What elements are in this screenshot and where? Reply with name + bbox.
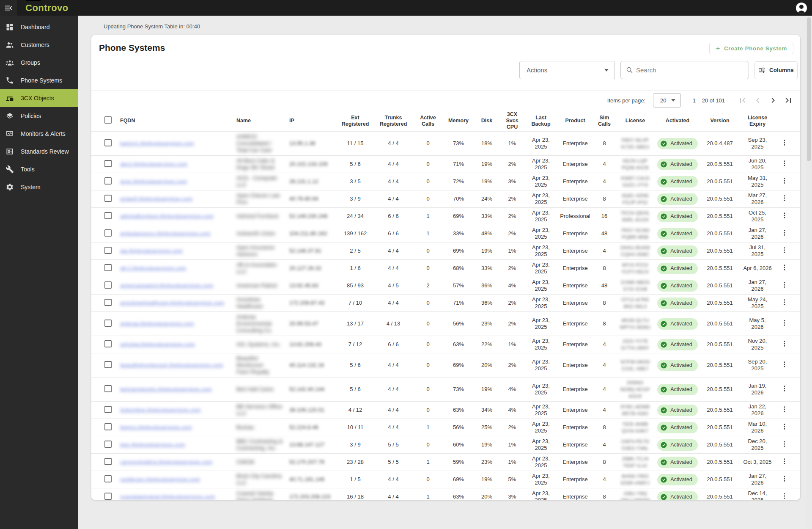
row-menu-kebab-icon[interactable] xyxy=(781,229,788,237)
page-size-select[interactable]: 20 xyxy=(653,93,681,107)
fqdn-link[interactable]: anteraa.thinkvoipservices.com xyxy=(120,320,194,327)
actions-dropdown[interactable]: Actions xyxy=(519,61,615,79)
row-checkbox[interactable] xyxy=(104,212,112,219)
sidebar-item-monitors-alerts[interactable]: Monitors & Alerts xyxy=(0,125,78,143)
check-circle-icon xyxy=(660,386,667,393)
row-checkbox[interactable] xyxy=(104,160,112,167)
user-avatar[interactable] xyxy=(796,3,807,14)
fqdn-link[interactable]: barton1.thinkvoipservices.com xyxy=(120,140,194,146)
row-checkbox[interactable] xyxy=(104,177,112,185)
row-menu-kebab-icon[interactable] xyxy=(781,281,788,289)
activated-cell: Activated xyxy=(655,438,700,452)
row-menu-kebab-icon[interactable] xyxy=(781,423,788,430)
sidebar-item-dashboard[interactable]: Dashboard xyxy=(0,18,78,36)
vertical-scrollbar[interactable] xyxy=(806,16,812,529)
sidebar-item-customers[interactable]: Customers xyxy=(0,36,78,54)
create-phone-system-button[interactable]: + Create Phone System xyxy=(709,43,793,54)
fqdn-link[interactable]: aclaw5.thinkvoipservices.com xyxy=(120,196,192,202)
row-checkbox[interactable] xyxy=(104,139,112,146)
row-menu-kebab-icon[interactable] xyxy=(781,475,788,482)
row-checkbox[interactable] xyxy=(104,264,112,271)
fqdn-link[interactable]: ashview.thinkvoipservices.com xyxy=(120,341,195,347)
table-row: bwc.thinkvoipservices.comBBC Contracting… xyxy=(91,436,800,454)
row-checkbox[interactable] xyxy=(104,441,112,448)
row-checkbox[interactable] xyxy=(104,195,112,202)
fqdn-link[interactable]: coastalappraisal.thinkvoipservices.com xyxy=(120,493,215,500)
row-checkbox[interactable] xyxy=(104,385,112,392)
row-menu-kebab-icon[interactable] xyxy=(781,177,788,185)
sidebar-item-policies[interactable]: Policies xyxy=(0,107,78,125)
row-menu-kebab-icon[interactable] xyxy=(781,385,788,392)
fqdn-link[interactable]: acgc.thinkvoipservices.com xyxy=(120,178,187,185)
select-all-checkbox[interactable] xyxy=(104,116,112,124)
row-menu-kebab-icon[interactable] xyxy=(781,361,788,368)
top-bar: Controvo xyxy=(0,0,812,16)
row-checkbox[interactable] xyxy=(104,320,112,327)
fqdn-link[interactable]: bpmco.thinkvoipservices.com xyxy=(120,424,192,430)
sidebar-item-3cx-objects[interactable]: 3CX Objects xyxy=(0,89,78,107)
fqdn-link[interactable]: castlecars.thinkvoipservices.com xyxy=(120,476,200,482)
fqdn-link[interactable]: alt-2.thinkvoipservices.com xyxy=(120,265,186,271)
fqdn-link[interactable]: aia.thinkvoipservices.com xyxy=(120,248,183,254)
row-checkbox[interactable] xyxy=(104,493,112,500)
activated-status-badge: Activated xyxy=(657,491,697,500)
ext-registered-cell: 10 / 11 xyxy=(337,422,374,433)
row-checkbox[interactable] xyxy=(104,229,112,237)
row-checkbox[interactable] xyxy=(104,423,112,430)
ip-cell: 172.208.87.43 xyxy=(287,298,337,308)
row-menu-kebab-icon[interactable] xyxy=(781,264,788,271)
fqdn-link[interactable]: anordneehealthcare.thinkvoipservices.com xyxy=(120,300,224,306)
row-menu-kebab-icon[interactable] xyxy=(781,194,788,202)
row-checkbox[interactable] xyxy=(104,406,112,413)
sidebar-item-phone-systems[interactable]: Phone Systems xyxy=(0,72,78,89)
columns-button[interactable]: Columns xyxy=(754,61,798,79)
name-cell: BB Services OfficeLLC xyxy=(234,402,287,419)
row-select-cell xyxy=(98,138,118,150)
menu-open-icon[interactable] xyxy=(0,0,17,16)
fqdn-link[interactable]: americanpatriot.thinkvoipservices.com xyxy=(120,282,213,289)
row-checkbox[interactable] xyxy=(104,361,112,368)
row-checkbox[interactable] xyxy=(104,475,112,482)
last-backup-cell: Apr 23,2025 xyxy=(524,277,557,294)
search-input[interactable] xyxy=(636,66,743,74)
row-menu-kebab-icon[interactable] xyxy=(781,457,788,465)
sidebar-item-standards-review[interactable]: Standards Review xyxy=(0,143,78,160)
cpu-cell: 2% xyxy=(500,263,524,273)
license-cell: 4RX8-QLTUWPYX-ND8U xyxy=(616,315,655,332)
scrollbar-thumb[interactable] xyxy=(807,17,811,161)
previous-page-icon[interactable] xyxy=(753,95,763,105)
row-menu-kebab-icon[interactable] xyxy=(781,139,788,146)
row-checkbox[interactable] xyxy=(104,299,112,306)
sidebar-item-groups[interactable]: Groups xyxy=(0,54,78,72)
row-checkbox[interactable] xyxy=(104,247,112,254)
row-menu-kebab-icon[interactable] xyxy=(781,340,788,347)
row-checkbox[interactable] xyxy=(104,340,112,347)
row-menu-kebab-icon[interactable] xyxy=(781,160,788,167)
last-page-icon[interactable] xyxy=(783,95,793,105)
row-menu-kebab-icon[interactable] xyxy=(781,492,788,500)
row-menu-kebab-icon[interactable] xyxy=(781,212,788,219)
fqdn-link[interactable]: ambulancesvc.thinkvoipservices.com xyxy=(120,230,211,237)
fqdn-link[interactable]: carsonsholding.thinkvoipservices.com xyxy=(120,459,212,465)
first-page-icon[interactable] xyxy=(738,95,748,105)
sidebar-item-tools[interactable]: Tools xyxy=(0,160,78,178)
next-page-icon[interactable] xyxy=(768,95,778,105)
standards-icon xyxy=(5,147,14,156)
row-menu-kebab-icon[interactable] xyxy=(781,405,788,413)
row-menu-kebab-icon[interactable] xyxy=(781,319,788,327)
fqdn-cell: bwc.thinkvoipservices.com xyxy=(118,440,234,450)
fqdn-link[interactable]: bwc.thinkvoipservices.com xyxy=(120,441,185,448)
fqdn-link[interactable]: bertramelectric.thinkvoipservices.com xyxy=(120,386,212,392)
row-menu-kebab-icon[interactable] xyxy=(781,246,788,254)
fqdn-link[interactable]: beautifulmontessori.thinkvoipservices.co… xyxy=(120,362,223,368)
row-select-cell xyxy=(98,158,118,171)
sidebar-item-system[interactable]: System xyxy=(0,178,78,196)
row-checkbox[interactable] xyxy=(104,281,112,289)
fqdn-cell: bpmco.thinkvoipservices.com xyxy=(118,422,234,433)
row-menu-kebab-icon[interactable] xyxy=(781,298,788,306)
row-checkbox[interactable] xyxy=(104,458,112,465)
fqdn-link[interactable]: admiralfurniture.thinkvoipservices.com xyxy=(120,213,214,219)
fqdn-link[interactable]: bottomline.thinkvoipservices.com xyxy=(120,407,201,413)
row-menu-kebab-icon[interactable] xyxy=(781,440,788,448)
fqdn-link[interactable]: abc2.thinkvoipservices.com xyxy=(120,161,187,167)
